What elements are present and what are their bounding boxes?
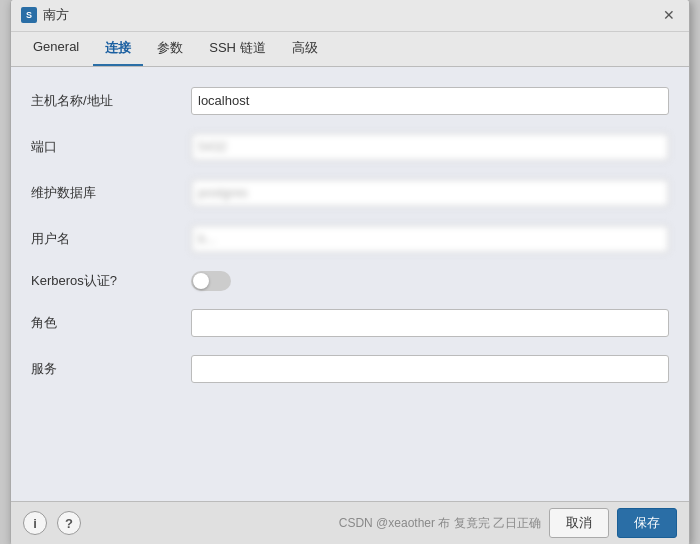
label-service: 服务 [31, 360, 191, 378]
app-icon: S [21, 7, 37, 23]
tab-general[interactable]: General [21, 32, 91, 66]
tab-bar: General 连接 参数 SSH 链道 高级 [11, 32, 689, 67]
cancel-button[interactable]: 取消 [549, 508, 609, 538]
label-db: 维护数据库 [31, 184, 191, 202]
kerberos-toggle[interactable] [191, 271, 231, 291]
info-icon: i [33, 516, 37, 531]
tab-ssh[interactable]: SSH 链道 [197, 32, 277, 66]
save-button[interactable]: 保存 [617, 508, 677, 538]
input-username[interactable] [191, 225, 669, 253]
dialog: S 南方 ✕ General 连接 参数 SSH 链道 高级 主机名称/地址 端… [10, 0, 690, 544]
dialog-title: 南方 [43, 6, 69, 24]
form-row-db: 维护数据库 [31, 179, 669, 207]
form-content: 主机名称/地址 端口 维护数据库 用户名 Kerberos认证? [11, 67, 689, 501]
title-bar-left: S 南方 [21, 6, 69, 24]
watermark: CSDN @xeaother 布 复竟完 乙日正确 [339, 515, 541, 532]
tab-connection[interactable]: 连接 [93, 32, 143, 66]
input-role[interactable] [191, 309, 669, 337]
label-host: 主机名称/地址 [31, 92, 191, 110]
app-icon-text: S [26, 10, 32, 20]
label-kerberos: Kerberos认证? [31, 272, 191, 290]
input-host[interactable] [191, 87, 669, 115]
input-db[interactable] [191, 179, 669, 207]
toggle-knob [193, 273, 209, 289]
form-row-service: 服务 [31, 355, 669, 383]
input-service[interactable] [191, 355, 669, 383]
label-port: 端口 [31, 138, 191, 156]
form-row-host: 主机名称/地址 [31, 87, 669, 115]
form-row-kerberos: Kerberos认证? [31, 271, 669, 291]
help-button[interactable]: ? [57, 511, 81, 535]
tab-advanced[interactable]: 高级 [280, 32, 330, 66]
input-port[interactable] [191, 133, 669, 161]
help-icon: ? [65, 516, 73, 531]
label-username: 用户名 [31, 230, 191, 248]
form-row-username: 用户名 [31, 225, 669, 253]
bottom-bar: i ? CSDN @xeaother 布 复竟完 乙日正确 取消 保存 [11, 501, 689, 545]
title-bar: S 南方 ✕ [11, 0, 689, 32]
kerberos-toggle-container [191, 271, 231, 291]
tab-params[interactable]: 参数 [145, 32, 195, 66]
label-role: 角色 [31, 314, 191, 332]
form-row-role: 角色 [31, 309, 669, 337]
bottom-right: CSDN @xeaother 布 复竟完 乙日正确 取消 保存 [339, 508, 677, 538]
empty-space [31, 401, 669, 481]
close-button[interactable]: ✕ [659, 5, 679, 25]
form-row-port: 端口 [31, 133, 669, 161]
bottom-left: i ? [23, 511, 81, 535]
info-button[interactable]: i [23, 511, 47, 535]
